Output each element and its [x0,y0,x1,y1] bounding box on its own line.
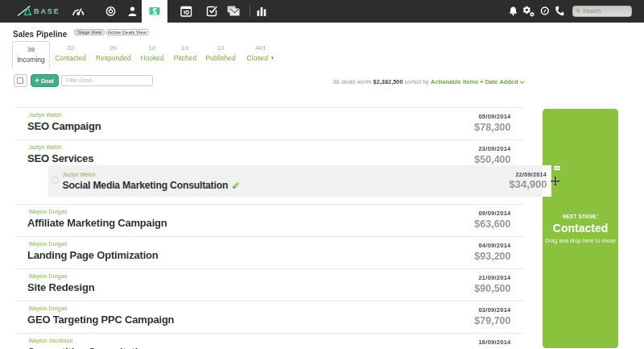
svg-text:BASE: BASE [34,7,60,15]
